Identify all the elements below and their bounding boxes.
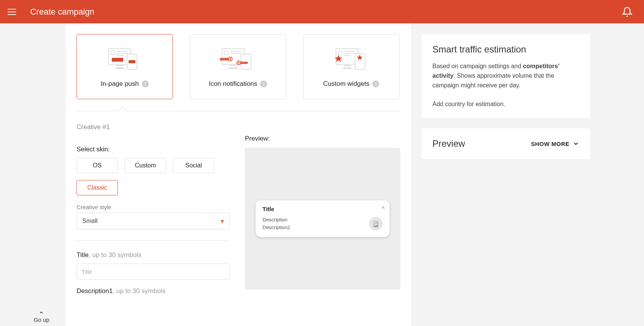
push-image-placeholder-icon: Img	[369, 217, 383, 231]
traffic-estimation-panel: Smart traffic estimation Based on campai…	[422, 34, 590, 118]
title-field-label: Title, up to 30 symbols	[77, 251, 230, 259]
type-card-custom-widgets[interactable]: Custom widgets i	[303, 34, 399, 99]
preview-box: × Title Description Description2 Img	[245, 148, 400, 290]
info-icon[interactable]: i	[372, 80, 379, 87]
caret-down-icon: ▾	[221, 218, 224, 225]
svg-rect-1	[117, 66, 122, 68]
skin-btn-social[interactable]: Social	[173, 158, 214, 173]
title-field-label-text: Title	[77, 251, 89, 259]
skin-buttons: OS Custom Social Classic	[77, 158, 230, 195]
inpage-push-illustration-icon	[106, 46, 144, 72]
type-card-label: In-page push	[101, 80, 139, 88]
push-desc-line2: Description2	[262, 224, 290, 231]
chevron-up-icon	[37, 310, 45, 316]
title-field-hint: , up to 30 symbols	[89, 251, 142, 259]
type-card-in-page-push[interactable]: In-page push i	[77, 34, 173, 99]
preview-label: Preview:	[245, 135, 400, 143]
selection-connector	[77, 111, 400, 111]
desc1-field-hint: , up to 30 symbols	[113, 287, 166, 295]
type-card-label: Icon notifications	[209, 80, 258, 88]
info-icon[interactable]: i	[142, 80, 149, 87]
page-title: Create campaign	[30, 7, 95, 17]
skin-btn-classic[interactable]: Classic	[77, 180, 118, 195]
creative-style-label: Creative style	[77, 204, 230, 210]
traffic-estimation-note: Add country for estimation.	[432, 101, 579, 108]
creative-heading: Creative #1	[77, 123, 400, 131]
menu-icon[interactable]	[8, 7, 17, 16]
desc1-field-label-text: Description1	[77, 287, 113, 295]
preview-title: Preview	[432, 138, 465, 149]
svg-rect-8	[112, 58, 123, 62]
creative-style-value: Small	[82, 218, 98, 224]
skin-btn-label: OS	[93, 162, 101, 169]
est-text-pre: Based on campaign settings and	[432, 63, 523, 69]
side-column: Smart traffic estimation Based on campai…	[422, 23, 590, 326]
push-desc-line1: Description	[262, 216, 290, 224]
push-preview-card: × Title Description Description2 Img	[256, 200, 390, 237]
custom-widgets-illustration-icon	[332, 46, 370, 72]
title-input[interactable]	[77, 264, 230, 280]
type-card-label: Custom widgets	[323, 80, 370, 88]
svg-rect-9	[129, 60, 135, 63]
traffic-estimation-title: Smart traffic estimation	[432, 44, 579, 55]
show-more-button[interactable]: SHOW MORE	[531, 140, 579, 147]
icon-notifications-illustration-icon	[217, 46, 259, 72]
skin-btn-os[interactable]: OS	[77, 158, 118, 173]
info-icon[interactable]: i	[260, 80, 267, 87]
push-desc: Description Description2	[262, 216, 290, 231]
form-left: Select skin: OS Custom Social Classic Cr…	[77, 135, 230, 300]
go-up-button[interactable]: Go up	[34, 310, 49, 323]
app-header: Create campaign	[0, 0, 644, 23]
traffic-estimation-text: Based on campaign settings and competito…	[432, 62, 579, 90]
main-content: In-page push i	[66, 23, 411, 326]
skin-btn-custom[interactable]: Custom	[125, 158, 166, 173]
desc1-field-label: Description1, up to 30 symbols	[77, 287, 230, 295]
select-skin-label: Select skin:	[77, 146, 230, 153]
svg-rect-24	[344, 66, 350, 68]
chevron-down-icon	[572, 140, 579, 147]
skin-btn-label: Classic	[87, 184, 107, 191]
divider	[77, 240, 230, 241]
show-more-label: SHOW MORE	[531, 141, 569, 147]
creative-style-select[interactable]: Small ▾	[77, 213, 230, 229]
skin-btn-label: Custom	[135, 162, 156, 169]
push-title: Title	[262, 206, 383, 212]
skin-btn-label: Social	[185, 162, 202, 169]
svg-point-22	[238, 62, 240, 64]
svg-rect-3	[111, 51, 115, 55]
push-img-label: Img	[373, 220, 378, 223]
svg-point-34	[374, 224, 375, 225]
notification-bell-icon[interactable]	[622, 6, 633, 19]
go-up-label: Go up	[34, 316, 49, 323]
close-icon[interactable]: ×	[382, 204, 385, 211]
svg-point-19	[230, 58, 231, 60]
svg-rect-11	[230, 66, 236, 68]
preview-panel: Preview SHOW MORE	[422, 128, 590, 159]
svg-rect-13	[224, 51, 228, 55]
svg-rect-26	[338, 51, 342, 55]
type-card-icon-notifications[interactable]: Icon notifications i	[190, 34, 286, 99]
campaign-type-row: In-page push i	[77, 34, 400, 99]
form-right: Preview: × Title Description Description…	[245, 135, 400, 300]
